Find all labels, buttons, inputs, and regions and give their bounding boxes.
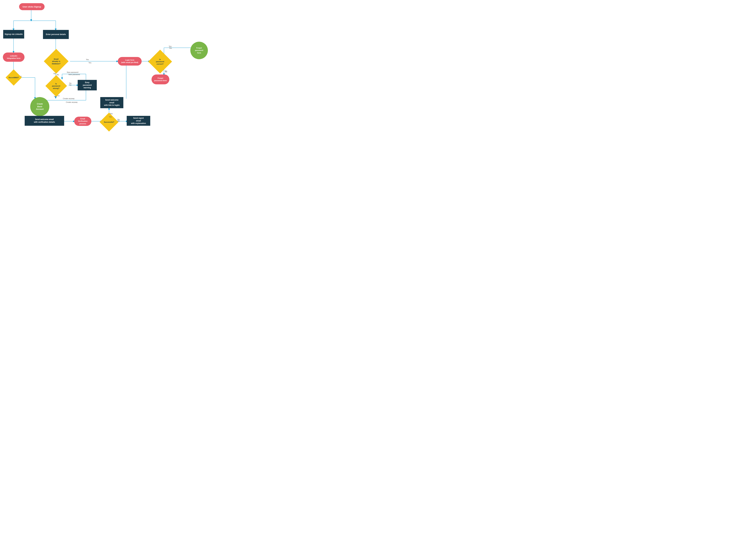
node-label: Login form(with email pre-filed): [121, 59, 138, 64]
node-label: Forgotpassword form: [154, 77, 167, 82]
svg-text:New  password: New password: [67, 71, 78, 73]
node-label: Send welcomeemailwith link to logiin: [104, 99, 120, 107]
forgot-password-form-green: Forgotpasswordform: [191, 42, 208, 59]
label-yes-password: Yes: [54, 95, 57, 97]
label-create-anyway: Create anyway: [66, 101, 78, 103]
node-label: CreateBasicAccount: [36, 102, 43, 111]
node-label: LinkedinIntegration form: [7, 55, 20, 60]
label-yes-password-correct: Yes: [169, 47, 172, 49]
node-label: EmailVerificationprocess: [78, 118, 87, 125]
node-label: Signup via Linkedin: [5, 33, 23, 36]
node-label: Easypasswordwarning: [83, 81, 92, 89]
node-label: Send welcome emailwith verification deta…: [34, 118, 55, 123]
flowchart: Yes Yes No No New password Create anyway…: [0, 0, 213, 140]
email-verification-process: EmailVerificationprocess: [74, 117, 91, 126]
label-no-verification: No: [117, 120, 120, 122]
svg-text:Yes: Yes: [86, 59, 89, 60]
login-form: Login form(with email pre-filed): [118, 57, 142, 65]
label-yes-verification: Yes: [109, 116, 112, 118]
email-in-database-diamond: Emailalready indatabase?: [42, 53, 70, 70]
label-no-password: No: [69, 84, 71, 86]
is-password-correct-diamond: Ispasswordcorrect?: [149, 53, 171, 71]
forgot-password-form-red: Forgotpassword form: [151, 75, 169, 84]
signup-via-linkedin: Signup via Linkedin: [3, 30, 24, 38]
send-welcome-logiin: Send welcomeemailwith link to logiin: [100, 97, 123, 108]
label-no-email: No: [54, 72, 56, 75]
send-regret-email: Send regretemailwith explanation: [127, 116, 150, 126]
is-password-strong-diamond: Ispasswordstrong?: [44, 78, 68, 94]
enter-personal-details: Enter personal details: [43, 30, 69, 39]
linkedin-integration-form: LinkedinIntegration form: [3, 53, 25, 62]
node-label: Forgotpasswordform: [195, 47, 203, 54]
node-label: Send regretemailwith explanation: [131, 117, 146, 125]
label-yes-linkedin: Yes: [14, 77, 17, 78]
node-label: User clicks Signup: [23, 6, 41, 8]
svg-text:Create  anyway: Create anyway: [63, 97, 75, 99]
node-label: Enter personal details: [46, 33, 66, 36]
send-welcome-verification: Send welcome emailwith verification deta…: [25, 116, 64, 126]
user-clicks-signup: User clicks Signup: [19, 3, 45, 10]
label-no-password-correct: No: [165, 71, 167, 73]
label-yes-email: Yes: [88, 62, 91, 64]
easy-password-warning: Easypasswordwarning: [78, 80, 97, 90]
svg-text:No: No: [57, 74, 59, 76]
label-new-password: New password: [68, 74, 80, 76]
create-basic-account: CreateBasicAccount: [30, 97, 49, 116]
